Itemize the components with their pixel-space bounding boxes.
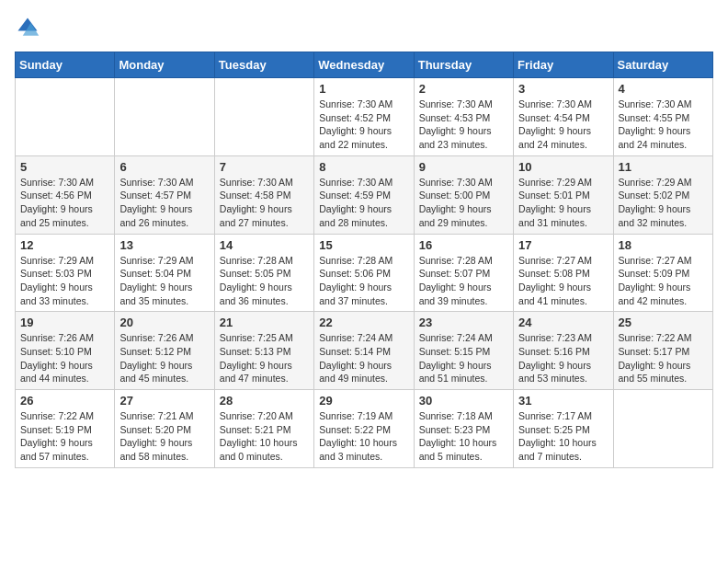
day-info: Sunrise: 7:22 AM Sunset: 5:19 PM Dayligh… [20, 409, 109, 464]
day-info: Sunrise: 7:29 AM Sunset: 5:04 PM Dayligh… [119, 254, 209, 308]
calendar-cell: 23Sunrise: 7:24 AM Sunset: 5:15 PM Dayli… [414, 312, 513, 390]
calendar-week-row: 26Sunrise: 7:22 AM Sunset: 5:19 PM Dayli… [16, 390, 713, 468]
day-number: 20 [119, 316, 209, 329]
calendar-cell: 7Sunrise: 7:30 AM Sunset: 4:58 PM Daylig… [214, 155, 313, 234]
logo-icon [15, 15, 40, 40]
day-number: 7 [220, 160, 309, 174]
day-info: Sunrise: 7:21 AM Sunset: 5:20 PM Dayligh… [119, 409, 209, 464]
day-info: Sunrise: 7:28 AM Sunset: 5:07 PM Dayligh… [419, 254, 508, 308]
day-number: 12 [20, 238, 109, 252]
logo [15, 15, 44, 40]
day-number: 24 [518, 316, 608, 329]
calendar-cell: 5Sunrise: 7:30 AM Sunset: 4:56 PM Daylig… [16, 155, 115, 234]
calendar-cell: 14Sunrise: 7:28 AM Sunset: 5:05 PM Dayli… [214, 234, 313, 312]
day-number: 15 [319, 238, 408, 252]
day-number: 30 [419, 394, 508, 408]
day-number: 17 [518, 238, 608, 252]
day-number: 21 [220, 316, 309, 329]
day-number: 6 [119, 160, 209, 174]
calendar-cell: 3Sunrise: 7:30 AM Sunset: 4:54 PM Daylig… [514, 78, 613, 156]
calendar-cell: 4Sunrise: 7:30 AM Sunset: 4:55 PM Daylig… [613, 78, 712, 156]
day-number: 4 [619, 82, 708, 96]
day-info: Sunrise: 7:30 AM Sunset: 4:54 PM Dayligh… [518, 98, 608, 152]
calendar-cell: 1Sunrise: 7:30 AM Sunset: 4:52 PM Daylig… [314, 78, 414, 156]
day-info: Sunrise: 7:30 AM Sunset: 5:00 PM Dayligh… [419, 176, 508, 230]
calendar-cell: 21Sunrise: 7:25 AM Sunset: 5:13 PM Dayli… [214, 312, 313, 390]
calendar-week-row: 1Sunrise: 7:30 AM Sunset: 4:52 PM Daylig… [16, 78, 713, 156]
calendar-cell: 17Sunrise: 7:27 AM Sunset: 5:08 PM Dayli… [514, 234, 613, 312]
calendar-cell: 26Sunrise: 7:22 AM Sunset: 5:19 PM Dayli… [16, 390, 115, 468]
day-info: Sunrise: 7:30 AM Sunset: 4:55 PM Dayligh… [619, 98, 708, 152]
day-info: Sunrise: 7:29 AM Sunset: 5:01 PM Dayligh… [518, 176, 608, 230]
page-header [15, 15, 713, 40]
calendar-week-row: 5Sunrise: 7:30 AM Sunset: 4:56 PM Daylig… [16, 155, 713, 234]
day-info: Sunrise: 7:30 AM Sunset: 4:57 PM Dayligh… [119, 176, 209, 230]
calendar-header-thursday: Thursday [414, 52, 513, 78]
day-number: 29 [319, 394, 408, 408]
calendar-cell: 24Sunrise: 7:23 AM Sunset: 5:16 PM Dayli… [514, 312, 613, 390]
day-number: 8 [319, 160, 408, 174]
calendar-cell: 25Sunrise: 7:22 AM Sunset: 5:17 PM Dayli… [613, 312, 712, 390]
day-number: 28 [220, 394, 309, 408]
calendar-header-row: SundayMondayTuesdayWednesdayThursdayFrid… [16, 52, 713, 78]
day-info: Sunrise: 7:27 AM Sunset: 5:09 PM Dayligh… [619, 254, 708, 308]
calendar-cell: 11Sunrise: 7:29 AM Sunset: 5:02 PM Dayli… [613, 155, 712, 234]
day-info: Sunrise: 7:30 AM Sunset: 4:56 PM Dayligh… [20, 176, 109, 230]
day-number: 27 [119, 394, 209, 408]
calendar-cell: 19Sunrise: 7:26 AM Sunset: 5:10 PM Dayli… [16, 312, 115, 390]
calendar-cell: 29Sunrise: 7:19 AM Sunset: 5:22 PM Dayli… [314, 390, 414, 468]
day-number: 2 [419, 82, 508, 96]
day-number: 16 [419, 238, 508, 252]
calendar-cell: 12Sunrise: 7:29 AM Sunset: 5:03 PM Dayli… [16, 234, 115, 312]
calendar-header-tuesday: Tuesday [214, 52, 313, 78]
calendar-cell: 27Sunrise: 7:21 AM Sunset: 5:20 PM Dayli… [115, 390, 214, 468]
day-info: Sunrise: 7:29 AM Sunset: 5:02 PM Dayligh… [619, 176, 708, 230]
day-number: 22 [319, 316, 408, 329]
calendar-cell: 16Sunrise: 7:28 AM Sunset: 5:07 PM Dayli… [414, 234, 513, 312]
day-number: 3 [518, 82, 608, 96]
calendar-header-friday: Friday [514, 52, 613, 78]
day-number: 19 [20, 316, 109, 329]
day-number: 11 [619, 160, 708, 174]
calendar-header-monday: Monday [115, 52, 214, 78]
day-info: Sunrise: 7:17 AM Sunset: 5:25 PM Dayligh… [518, 409, 608, 464]
calendar-cell: 22Sunrise: 7:24 AM Sunset: 5:14 PM Dayli… [314, 312, 414, 390]
calendar-cell: 8Sunrise: 7:30 AM Sunset: 4:59 PM Daylig… [314, 155, 414, 234]
day-info: Sunrise: 7:22 AM Sunset: 5:17 PM Dayligh… [619, 331, 708, 385]
day-info: Sunrise: 7:26 AM Sunset: 5:12 PM Dayligh… [119, 331, 209, 385]
calendar-cell: 13Sunrise: 7:29 AM Sunset: 5:04 PM Dayli… [115, 234, 214, 312]
day-info: Sunrise: 7:23 AM Sunset: 5:16 PM Dayligh… [518, 331, 608, 385]
calendar-week-row: 12Sunrise: 7:29 AM Sunset: 5:03 PM Dayli… [16, 234, 713, 312]
day-info: Sunrise: 7:19 AM Sunset: 5:22 PM Dayligh… [319, 409, 408, 464]
calendar-cell [214, 78, 313, 156]
day-number: 1 [319, 82, 408, 96]
calendar-cell [115, 78, 214, 156]
calendar-week-row: 19Sunrise: 7:26 AM Sunset: 5:10 PM Dayli… [16, 312, 713, 390]
day-number: 23 [419, 316, 508, 329]
calendar-cell [613, 390, 712, 468]
day-number: 5 [20, 160, 109, 174]
calendar-cell [16, 78, 115, 156]
calendar-header-saturday: Saturday [613, 52, 712, 78]
day-number: 13 [119, 238, 209, 252]
day-info: Sunrise: 7:30 AM Sunset: 4:58 PM Dayligh… [220, 176, 309, 230]
day-number: 9 [419, 160, 508, 174]
day-info: Sunrise: 7:24 AM Sunset: 5:14 PM Dayligh… [319, 331, 408, 385]
day-info: Sunrise: 7:30 AM Sunset: 4:53 PM Dayligh… [419, 98, 508, 152]
day-number: 26 [20, 394, 109, 408]
day-info: Sunrise: 7:30 AM Sunset: 4:59 PM Dayligh… [319, 176, 408, 230]
day-number: 14 [220, 238, 309, 252]
day-info: Sunrise: 7:28 AM Sunset: 5:06 PM Dayligh… [319, 254, 408, 308]
calendar-cell: 20Sunrise: 7:26 AM Sunset: 5:12 PM Dayli… [115, 312, 214, 390]
calendar-table: SundayMondayTuesdayWednesdayThursdayFrid… [15, 52, 713, 468]
day-info: Sunrise: 7:26 AM Sunset: 5:10 PM Dayligh… [20, 331, 109, 385]
day-number: 18 [619, 238, 708, 252]
calendar-cell: 15Sunrise: 7:28 AM Sunset: 5:06 PM Dayli… [314, 234, 414, 312]
calendar-cell: 10Sunrise: 7:29 AM Sunset: 5:01 PM Dayli… [514, 155, 613, 234]
day-info: Sunrise: 7:20 AM Sunset: 5:21 PM Dayligh… [220, 409, 309, 464]
day-info: Sunrise: 7:29 AM Sunset: 5:03 PM Dayligh… [20, 254, 109, 308]
day-info: Sunrise: 7:28 AM Sunset: 5:05 PM Dayligh… [220, 254, 309, 308]
day-info: Sunrise: 7:24 AM Sunset: 5:15 PM Dayligh… [419, 331, 508, 385]
calendar-header-wednesday: Wednesday [314, 52, 414, 78]
day-info: Sunrise: 7:27 AM Sunset: 5:08 PM Dayligh… [518, 254, 608, 308]
